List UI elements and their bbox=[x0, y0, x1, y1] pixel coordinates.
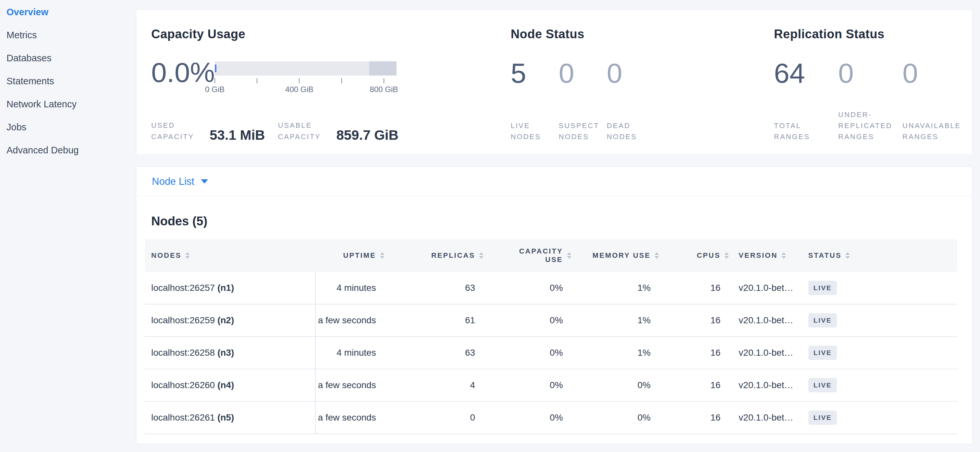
capacity-usage-section: Capacity Usage 0.0% bbox=[136, 10, 496, 155]
node-list-card-body: Nodes (5) NODES UPTIME REPLICAS CAPACITY… bbox=[136, 214, 972, 444]
sort-icon bbox=[567, 252, 571, 259]
live-nodes-metric: 5 LIVE NODES bbox=[511, 60, 559, 142]
node-address: localhost:26259 bbox=[151, 315, 215, 325]
table-row[interactable]: localhost:26260 (n4) a few seconds 4 0% … bbox=[145, 369, 957, 401]
unavailable-ranges-label: UNAVAILABLE RANGES bbox=[902, 120, 964, 142]
replicas-cell: 61 bbox=[385, 304, 484, 336]
column-header-nodes[interactable]: NODES bbox=[145, 239, 315, 272]
status-badge: LIVE bbox=[808, 313, 837, 327]
node-link[interactable]: localhost:26260 (n4) bbox=[151, 380, 234, 390]
node-address: localhost:26258 bbox=[151, 347, 215, 358]
total-ranges-label: TOTAL RANGES bbox=[774, 120, 835, 142]
table-row[interactable]: localhost:26257 (n1) 4 minutes 63 0% 1% … bbox=[145, 272, 957, 304]
replication-status-metrics: 64 TOTAL RANGES 0 UNDER-REPLICATED RANGE… bbox=[774, 60, 972, 142]
cpus-cell: 16 bbox=[659, 369, 729, 401]
suspect-nodes-metric: 0 SUSPECT NODES bbox=[559, 60, 607, 142]
used-capacity-value: 53.1 MiB bbox=[210, 128, 265, 142]
axis-tick bbox=[215, 78, 215, 83]
capacity-usage-title: Capacity Usage bbox=[151, 27, 496, 41]
sidebar-item-network-latency[interactable]: Network Latency bbox=[0, 93, 136, 116]
total-ranges-value: 64 bbox=[774, 60, 838, 87]
dead-nodes-metric: 0 DEAD NODES bbox=[607, 60, 655, 142]
capacity-axis bbox=[215, 78, 396, 84]
column-header-capacity-use[interactable]: CAPACITY USE bbox=[484, 239, 571, 272]
replication-status-section: Replication Status 64 TOTAL RANGES 0 UND… bbox=[759, 10, 972, 155]
column-header-version[interactable]: VERSION bbox=[729, 239, 800, 272]
status-badge: LIVE bbox=[808, 411, 837, 425]
table-row[interactable]: localhost:26259 (n2) a few seconds 61 0%… bbox=[145, 304, 957, 336]
node-list-dropdown-label: Node List bbox=[152, 176, 194, 187]
table-row[interactable]: localhost:26258 (n3) 4 minutes 63 0% 1% … bbox=[145, 336, 957, 369]
axis-tick bbox=[257, 78, 257, 83]
capacity-bar bbox=[215, 61, 396, 76]
node-link[interactable]: localhost:26261 (n5) bbox=[151, 412, 234, 422]
node-id: (n5) bbox=[217, 412, 234, 422]
used-capacity-stat: USED CAPACITY 53.1 MiB bbox=[151, 120, 265, 142]
usable-capacity-value: 859.7 GiB bbox=[336, 128, 398, 142]
sort-icon bbox=[724, 252, 729, 259]
axis-tick bbox=[299, 78, 299, 83]
replicas-cell: 63 bbox=[385, 336, 484, 369]
node-address: localhost:26261 bbox=[151, 412, 215, 422]
column-header-memory-use[interactable]: MEMORY USE bbox=[571, 239, 659, 272]
version-cell: v20.1.0-bet… bbox=[729, 304, 800, 336]
memory-use-cell: 1% bbox=[571, 304, 659, 336]
replicas-cell: 4 bbox=[385, 369, 484, 401]
replicas-cell: 0 bbox=[385, 401, 484, 434]
cpus-cell: 16 bbox=[659, 401, 729, 434]
table-row[interactable]: localhost:26261 (n5) a few seconds 0 0% … bbox=[145, 401, 957, 434]
main-content: Capacity Usage 0.0% bbox=[136, 10, 972, 444]
capacity-bar-used-marker bbox=[215, 65, 216, 73]
sort-icon bbox=[781, 252, 786, 259]
node-id: (n2) bbox=[217, 315, 234, 325]
memory-use-cell: 0% bbox=[571, 401, 659, 434]
node-link[interactable]: localhost:26259 (n2) bbox=[151, 315, 234, 325]
axis-tick-label: 0 GiB bbox=[205, 85, 224, 94]
cluster-summary-card: Capacity Usage 0.0% bbox=[136, 10, 972, 155]
node-link[interactable]: localhost:26257 (n1) bbox=[151, 283, 234, 293]
status-badge: LIVE bbox=[808, 378, 837, 392]
live-nodes-value: 5 bbox=[511, 60, 559, 87]
version-cell: v20.1.0-bet… bbox=[729, 336, 800, 369]
capacity-use-cell: 0% bbox=[484, 369, 571, 401]
axis-tick-label: 400 GiB bbox=[285, 85, 313, 94]
capacity-bar-other-segment bbox=[369, 61, 396, 76]
node-id: (n3) bbox=[217, 347, 234, 358]
nodes-table: NODES UPTIME REPLICAS CAPACITY USE MEMOR… bbox=[145, 239, 957, 434]
sidebar-item-advanced-debug[interactable]: Advanced Debug bbox=[0, 139, 136, 162]
sidebar-item-overview[interactable]: Overview bbox=[0, 1, 136, 24]
capacity-bar-chart: 0 GiB 400 GiB 800 GiB bbox=[215, 59, 396, 95]
column-label: CPUS bbox=[697, 251, 721, 260]
sort-icon bbox=[845, 252, 850, 259]
unavailable-ranges-metric: 0 UNAVAILABLE RANGES bbox=[902, 60, 967, 142]
column-header-replicas[interactable]: REPLICAS bbox=[385, 239, 484, 272]
axis-tick-label: 800 GiB bbox=[370, 85, 398, 94]
uptime-cell: a few seconds bbox=[315, 401, 385, 434]
chevron-down-icon bbox=[201, 179, 208, 184]
status-badge: LIVE bbox=[808, 346, 837, 360]
node-status-metrics: 5 LIVE NODES 0 SUSPECT NODES 0 DEAD NODE… bbox=[511, 60, 759, 142]
node-link[interactable]: localhost:26258 (n3) bbox=[151, 347, 234, 358]
sidebar-item-jobs[interactable]: Jobs bbox=[0, 116, 136, 139]
node-list-dropdown[interactable]: Node List bbox=[152, 176, 208, 187]
axis-tick bbox=[383, 78, 384, 83]
cpus-cell: 16 bbox=[659, 272, 729, 304]
capacity-use-cell: 0% bbox=[484, 272, 571, 304]
sidebar-item-databases[interactable]: Databases bbox=[0, 47, 136, 70]
sidebar-item-metrics[interactable]: Metrics bbox=[0, 24, 136, 47]
capacity-use-cell: 0% bbox=[484, 336, 571, 369]
version-cell: v20.1.0-bet… bbox=[729, 272, 800, 304]
sort-icon bbox=[185, 252, 190, 259]
replicas-cell: 63 bbox=[385, 272, 484, 304]
live-nodes-label: LIVE NODES bbox=[511, 120, 559, 142]
node-list-card: Node List Nodes (5) NODES UPTIME REPLICA… bbox=[136, 167, 972, 444]
uptime-cell: a few seconds bbox=[315, 304, 385, 336]
column-header-status[interactable]: STATUS bbox=[800, 239, 957, 272]
sidebar-item-statements[interactable]: Statements bbox=[0, 70, 136, 93]
uptime-cell: 4 minutes bbox=[315, 336, 385, 369]
version-cell: v20.1.0-bet… bbox=[729, 401, 800, 434]
column-header-cpus[interactable]: CPUS bbox=[659, 239, 729, 272]
node-address: localhost:26257 bbox=[151, 283, 215, 293]
column-header-uptime[interactable]: UPTIME bbox=[315, 239, 385, 272]
dead-nodes-label: DEAD NODES bbox=[607, 120, 655, 142]
